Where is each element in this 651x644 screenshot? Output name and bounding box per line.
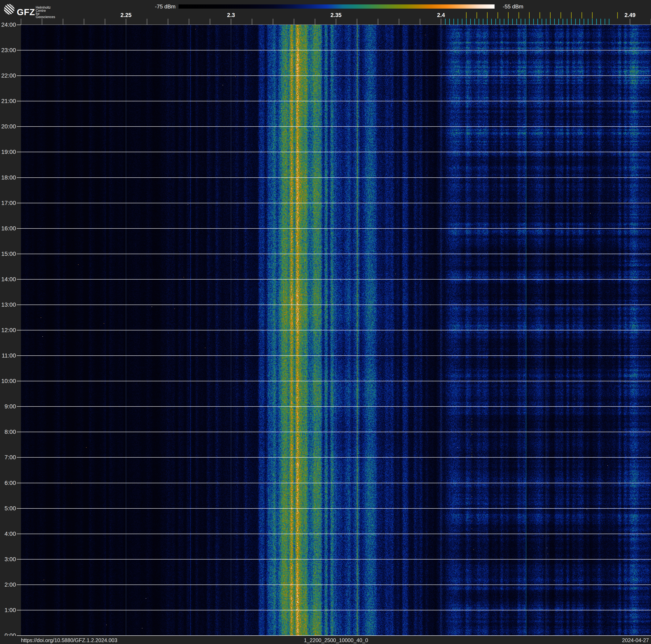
ble-channel-tick xyxy=(575,19,576,25)
freq-major-tick xyxy=(294,19,294,25)
footer: https://doi.org/10.5880/GFZ.1.2.2024.003… xyxy=(0,636,651,644)
time-axis-label: 3:00 xyxy=(0,556,16,562)
freq-axis-label: 2.49 xyxy=(624,12,636,18)
ble-channel-tick xyxy=(470,19,471,25)
freq-major-tick xyxy=(315,19,315,25)
hour-gridline xyxy=(17,534,651,534)
ble-channel-tick xyxy=(596,19,597,25)
colorbar: -75 dBm -55 dBm xyxy=(0,0,651,12)
time-axis-label: 16:00 xyxy=(0,225,16,232)
ble-channel-tick xyxy=(508,19,508,25)
ble-channel-tick xyxy=(567,19,567,25)
doi-link[interactable]: https://doi.org/10.5880/GFZ.1.2.2024.003 xyxy=(21,637,117,643)
ble-channel-tick xyxy=(449,19,450,25)
time-axis-label: 8:00 xyxy=(0,429,16,435)
colorbar-min-label: -75 dBm xyxy=(155,4,176,9)
wifi-channel-tick xyxy=(519,12,519,19)
ble-channel-tick xyxy=(571,19,571,25)
hour-gridline xyxy=(17,406,651,407)
freq-major-tick xyxy=(273,19,273,25)
dataset-filename: 1_2200_2500_10000_40_0 xyxy=(304,637,368,643)
freq-axis-label: 2.3 xyxy=(227,12,235,18)
freq-axis-label: 2.35 xyxy=(331,12,342,18)
ble-channel-tick xyxy=(604,19,605,25)
time-axis-label: 22:00 xyxy=(0,72,16,79)
time-axis-label: 4:00 xyxy=(0,531,16,537)
time-axis-label: 10:00 xyxy=(0,378,16,384)
wifi-channel-tick xyxy=(508,12,508,19)
ble-channel-tick xyxy=(491,19,492,25)
ble-channel-tick xyxy=(563,19,563,25)
time-axis-label: 2:00 xyxy=(0,582,16,588)
ble-channel-tick xyxy=(512,19,513,25)
time-axis-label: 5:00 xyxy=(0,505,16,511)
time-axis-label: 18:00 xyxy=(0,174,16,181)
ble-channel-tick xyxy=(529,19,530,25)
freq-major-tick xyxy=(147,19,147,25)
ble-channel-tick xyxy=(558,19,559,25)
wifi-channel-tick xyxy=(550,12,551,19)
time-axis-label: 11:00 xyxy=(0,352,16,359)
ble-channel-tick xyxy=(546,19,547,25)
header: GFZ Helmholtz Centre for Geosciences -75… xyxy=(0,0,651,25)
ble-channel-tick xyxy=(525,19,525,25)
time-axis-label: 15:00 xyxy=(0,251,16,257)
hour-gridline xyxy=(17,304,651,305)
freq-major-tick xyxy=(63,19,63,25)
ble-channel-tick xyxy=(533,19,534,25)
ble-channel-tick xyxy=(466,19,467,25)
ble-channel-tick xyxy=(554,19,555,25)
freq-axis-label: 2.25 xyxy=(121,12,132,18)
freq-major-tick xyxy=(21,19,21,25)
ble-channel-tick xyxy=(579,19,580,25)
wifi-channel-tick xyxy=(487,12,488,19)
ble-channel-tick xyxy=(500,19,500,25)
ble-channel-tick xyxy=(584,19,584,25)
hour-gridline xyxy=(17,381,651,381)
ble-channel-tick xyxy=(474,19,475,25)
time-axis-label: 12:00 xyxy=(0,327,16,333)
wifi-channel-tick xyxy=(497,12,498,19)
wifi-channel-tick xyxy=(529,12,530,19)
time-axis-label: 19:00 xyxy=(0,149,16,155)
hour-gridline xyxy=(17,330,651,330)
ble-channel-tick xyxy=(541,19,542,25)
time-axis-label: 21:00 xyxy=(0,98,16,104)
ble-channel-tick xyxy=(588,19,588,25)
time-axis-label: 9:00 xyxy=(0,403,16,410)
colorbar-max-label: -55 dBm xyxy=(503,4,523,9)
hour-gridline xyxy=(17,76,651,76)
hour-gridline xyxy=(17,203,651,203)
ble-channel-tick xyxy=(458,19,458,25)
wifi-channel-tick xyxy=(617,12,618,19)
ble-channel-tick xyxy=(521,19,521,25)
ble-channel-tick xyxy=(454,19,454,25)
freq-major-tick xyxy=(168,19,168,25)
colorbar-gradient xyxy=(179,4,495,9)
wifi-channel-tick xyxy=(466,12,467,19)
hour-gridline xyxy=(17,152,651,152)
wifi-channel-tick xyxy=(560,12,561,19)
record-date: 2024-04-27 xyxy=(622,637,649,643)
time-axis-label: 23:00 xyxy=(0,47,16,53)
time-axis-label: 13:00 xyxy=(0,302,16,308)
freq-major-tick xyxy=(84,19,84,25)
ble-channel-tick xyxy=(600,19,601,25)
hour-gridline xyxy=(17,559,651,559)
freq-major-tick xyxy=(231,19,231,25)
ble-channel-tick xyxy=(478,19,479,25)
hour-gridline xyxy=(17,177,651,178)
ble-channel-tick xyxy=(517,19,517,25)
ble-channel-tick xyxy=(487,19,488,25)
hour-gridline xyxy=(17,610,651,610)
freq-major-tick xyxy=(252,19,252,25)
hour-gridline xyxy=(17,585,651,585)
hour-gridline xyxy=(17,483,651,483)
ble-channel-tick xyxy=(592,19,593,25)
freq-major-tick xyxy=(399,19,399,25)
ble-channel-tick xyxy=(504,19,504,25)
gfz-tagline-line2: for Geosciences xyxy=(36,12,55,19)
freq-major-tick xyxy=(420,19,420,25)
time-axis-label: 14:00 xyxy=(0,276,16,283)
wifi-channel-tick xyxy=(592,12,593,19)
